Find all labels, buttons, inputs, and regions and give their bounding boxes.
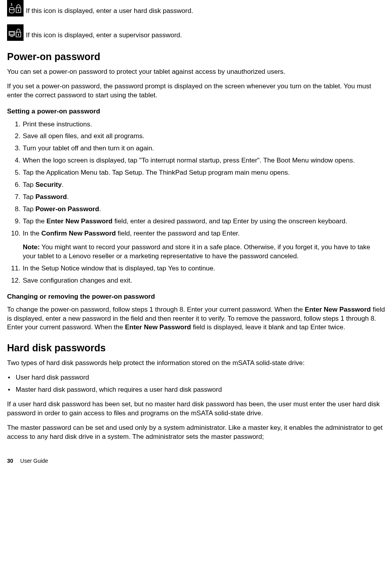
step-6-b: Security: [35, 181, 62, 188]
subhead-setting: Setting a power-on password: [7, 107, 385, 116]
page-footer: 30User Guide: [7, 457, 385, 465]
step-10: In the Confirm New Password field, reent…: [11, 229, 385, 261]
step-10-note-label: Note:: [23, 243, 40, 251]
icon-row-supervisor-text: If this icon is displayed, enter a super…: [26, 31, 182, 41]
step-9-pre: Tap the: [23, 217, 47, 225]
step-9: Tap the Enter New Password field, enter …: [11, 217, 385, 226]
hdd-p3: The master password can be set and used …: [7, 424, 385, 442]
step-8-post: .: [99, 205, 101, 213]
step-4-text: When the logo screen is displayed, tap "…: [23, 157, 355, 164]
step-5-text: Tap the Application Menu tab. Tap Setup.…: [23, 169, 290, 176]
svg-rect-7: [10, 32, 14, 35]
icon-row-user-hdd: 1 If this icon is displayed, enter a use…: [7, 0, 385, 16]
step-3: Turn your tablet off and then turn it on…: [11, 144, 385, 153]
hdd-p2: If a user hard disk password has been se…: [7, 400, 385, 418]
icon-row-user-hdd-text: If this icon is displayed, enter a user …: [26, 7, 193, 16]
step-7-b: Password: [35, 193, 67, 201]
svg-rect-10: [18, 34, 19, 36]
svg-text:1: 1: [11, 2, 13, 6]
svg-point-1: [9, 7, 14, 10]
step-6: Tap Security.: [11, 181, 385, 190]
user-hdd-password-icon: 1: [7, 0, 24, 16]
step-9-b: Enter New Password: [47, 217, 113, 225]
step-12-text: Save configuration changes and exit.: [23, 277, 132, 284]
step-2: Save all open files, and exit all progra…: [11, 132, 385, 141]
step-1-text: Print these instructions.: [23, 121, 92, 128]
step-7-post: .: [67, 193, 69, 201]
hdd-bullet-2-text: Master hard disk password, which require…: [16, 386, 222, 393]
step-4: When the logo screen is displayed, tap "…: [11, 156, 385, 165]
poweron-p1: You can set a power-on password to prote…: [7, 68, 385, 77]
step-11: In the Setup Notice window that is displ…: [11, 264, 385, 273]
step-10-pre: In the: [23, 230, 41, 237]
step-7: Tap Password.: [11, 193, 385, 202]
step-8-b: Power-on Password: [35, 205, 99, 213]
heading-hdd: Hard disk passwords: [7, 341, 385, 355]
changing-b2: Enter New Password: [125, 323, 191, 331]
hdd-p1: Two types of hard disk passwords help pr…: [7, 359, 385, 368]
step-5: Tap the Application Menu tab. Tap Setup.…: [11, 168, 385, 177]
hdd-bullets: User hard disk password Master hard disk…: [7, 373, 385, 394]
hdd-bullet-2: Master hard disk password, which require…: [7, 385, 385, 394]
page-number: 30: [7, 458, 13, 464]
changing-b1: Enter New Password: [305, 306, 371, 313]
step-3-text: Turn your tablet off and then turn it on…: [23, 144, 154, 152]
footer-title: User Guide: [20, 458, 48, 464]
changing-pre: To change the power-on password, follow …: [7, 306, 305, 313]
step-8: Tap Power-on Password.: [11, 205, 385, 214]
step-6-pre: Tap: [23, 181, 35, 188]
step-10-note-text: You might want to record your password a…: [23, 243, 370, 260]
step-10-note: Note: You might want to record your pass…: [23, 243, 385, 261]
step-8-pre: Tap: [23, 205, 35, 213]
svg-rect-5: [18, 9, 19, 11]
supervisor-password-icon: [7, 24, 24, 41]
subhead-changing: Changing or removing the power-on passwo…: [7, 292, 385, 301]
changing-post: field is displayed, leave it blank and t…: [191, 323, 345, 331]
step-2-text: Save all open files, and exit all progra…: [23, 132, 144, 140]
steps-list: Print these instructions. Save all open …: [7, 120, 385, 285]
hdd-bullet-1-text: User hard disk password: [16, 374, 89, 381]
poweron-p2: If you set a power-on password, the pass…: [7, 82, 385, 100]
heading-poweron: Power-on password: [7, 50, 385, 64]
step-10-post: field, reenter the password and tap Ente…: [116, 230, 240, 237]
step-1: Print these instructions.: [11, 120, 385, 129]
hdd-bullet-1: User hard disk password: [7, 373, 385, 382]
step-10-b: Confirm New Password: [41, 230, 116, 237]
step-7-pre: Tap: [23, 193, 35, 201]
step-12: Save configuration changes and exit.: [11, 276, 385, 285]
step-6-post: .: [62, 181, 64, 188]
icon-row-supervisor: If this icon is displayed, enter a super…: [7, 24, 385, 41]
step-9-post: field, enter a desired password, and tap…: [113, 217, 347, 225]
step-11-text: In the Setup Notice window that is displ…: [23, 265, 215, 272]
changing-paragraph: To change the power-on password, follow …: [7, 305, 385, 332]
